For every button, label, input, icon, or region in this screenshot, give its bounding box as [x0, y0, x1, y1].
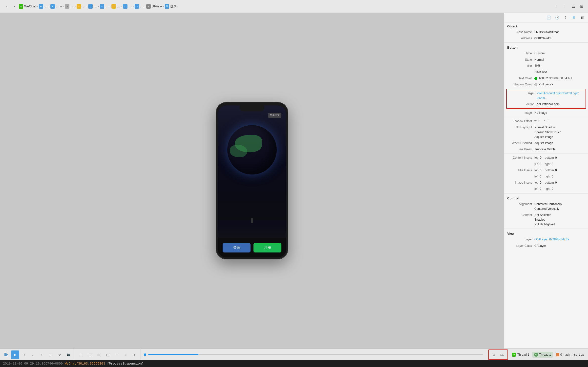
title-row: Title 登录	[504, 63, 588, 69]
uiview-icon: V	[146, 4, 151, 9]
debug-controls-left: ▶ ⇢ ↓ ↑ ◫ ⊙ 📷	[0, 349, 75, 360]
title-value: 登录	[534, 64, 585, 68]
action-row: Action onFirstViewLogin	[507, 101, 586, 107]
type-row: Type Custom	[504, 50, 588, 57]
earth-graphic	[227, 125, 277, 174]
breadcrumb-label-6: …	[94, 4, 97, 8]
breadcrumb-item-fixtitle[interactable]: B 登录	[165, 4, 177, 9]
toolbar-split2-btn[interactable]: □□	[498, 350, 506, 359]
breadcrumb-label-uiview: UIView	[152, 4, 162, 8]
toolbar-merge-btn[interactable]: ⊞	[95, 350, 103, 359]
toolbar-split-btn[interactable]: ⊟	[86, 350, 94, 359]
file-tab-btn[interactable]: 📄	[546, 14, 552, 21]
breadcrumb-item-8[interactable]: ○ …	[111, 4, 120, 9]
breadcrumb-item-5[interactable]: ○ …	[77, 4, 85, 9]
next-issue-btn[interactable]: ›	[561, 3, 568, 10]
content-insets-value: top 0 bottom 0	[534, 155, 585, 160]
help-tab-btn[interactable]: ?	[562, 14, 569, 21]
title-format-row: Plain Text	[504, 69, 588, 75]
clock-tab-btn[interactable]: 🕐	[554, 14, 560, 21]
figure-graphic	[251, 218, 253, 223]
image-insets-value: top 0 bottom 0	[534, 180, 585, 185]
toolbar-plus-btn[interactable]: +	[130, 350, 139, 359]
address-value: 0x10c942d30	[534, 36, 585, 41]
shadow-offset-row: Shadow Offset w 0 h 0	[504, 118, 588, 124]
phone-action-buttons: 登录 注册	[218, 243, 286, 252]
state-value: Normal	[534, 58, 585, 62]
title-insets-value: top 0 bottom 0	[534, 168, 585, 173]
breadcrumb-label-5: …	[82, 4, 85, 8]
breadcrumb-item-4[interactable]: › …	[65, 4, 74, 9]
debug-camera-btn[interactable]: 📷	[64, 350, 73, 359]
breadcrumb-item-wechat[interactable]: W WeChat	[19, 4, 36, 9]
title-insets-left-row: left 0 right 0	[504, 174, 588, 180]
shadow-color-row: Shadow Color <nil color>	[504, 81, 588, 88]
address-label: Address	[507, 36, 534, 41]
breadcrumb-item-2[interactable]: ■ …	[39, 4, 47, 9]
progress-container	[141, 353, 486, 356]
phone-login-button[interactable]: 登录	[223, 243, 251, 252]
breadcrumb-item-6[interactable]: □ …	[88, 4, 97, 9]
columns-tab-btn[interactable]: ⊞	[571, 14, 577, 21]
toolbar-rect-btn[interactable]: □	[490, 350, 498, 359]
debug-continue-btn[interactable]	[2, 350, 10, 359]
breadcrumb-label-8: …	[117, 4, 120, 8]
debug-other-btn[interactable]: ⊙	[55, 350, 64, 359]
breadcrumb-label-3: i…w	[56, 4, 62, 8]
breadcrumb-item-3[interactable]: i i…w	[50, 4, 62, 9]
toolbar-grid-btn[interactable]: ⊞	[77, 350, 85, 359]
toolbar-minus-btn[interactable]: —	[112, 350, 121, 359]
log-timestamp: 2019-11-06 09:29:19.866796+0800	[3, 362, 63, 366]
button-section-header: Button	[504, 44, 588, 50]
title-insets-row: Title Insets top 0 bottom 0	[504, 167, 588, 174]
when-disabled-value: Adjusts Image	[534, 141, 585, 146]
prev-issue-btn[interactable]: ‹	[553, 3, 560, 10]
layer-label: Layer	[507, 237, 534, 242]
debug-step-over-btn[interactable]: ⇢	[20, 350, 28, 359]
image-insets-left-value: left 0 right 0	[534, 187, 585, 191]
image-row: Image No image	[504, 110, 588, 116]
shadow-offset-label: Shadow Offset	[507, 119, 534, 124]
divider-2	[504, 117, 588, 117]
line-break-label: Line Break	[507, 147, 534, 152]
wechat-icon: W	[19, 4, 23, 9]
debug-layout-btn[interactable]: ◫	[46, 350, 55, 359]
target-action-highlight-box: Target <WCAccountLoginControlLogic: 0x28…	[506, 89, 586, 109]
grid-btn[interactable]: ⊞	[578, 3, 585, 10]
state-label: State	[507, 58, 534, 62]
action-label: Action	[510, 102, 537, 107]
thread-selector[interactable]: ⊙ Thread 1	[532, 352, 553, 358]
image-label: Image	[507, 111, 534, 115]
breadcrumb-item-10[interactable]: □ …	[135, 4, 143, 9]
breadcrumb-item-9[interactable]: □ …	[123, 4, 132, 9]
rect-icon-9: □	[123, 4, 127, 9]
debug-step-in-btn[interactable]: ↓	[29, 350, 37, 359]
nav-forward-btn[interactable]: ›	[11, 3, 18, 10]
breadcrumb-item-uiview[interactable]: V UIView	[146, 4, 162, 9]
content-value: Not Selected Enabled Not Highlighted	[534, 213, 585, 227]
list-btn[interactable]: ☰	[570, 3, 577, 10]
control-section-header: Control	[504, 194, 588, 201]
top-nav-bar: ‹ › W WeChat › ■ … › i i…w › › … › ○ … ›…	[0, 0, 588, 13]
debug-step-out-btn[interactable]: ↑	[38, 350, 46, 359]
nav-back-btn[interactable]: ‹	[3, 3, 10, 10]
breadcrumb-item-7[interactable]: □ …	[100, 4, 108, 9]
shadow-color-label: Shadow Color	[507, 82, 534, 87]
state-row: State Normal	[504, 57, 588, 63]
phone-register-button[interactable]: 注册	[253, 243, 281, 252]
debugger-bar: ▶ ⇢ ↓ ↑ ◫ ⊙ 📷 ⊞ ⊟ ⊞ ◫ — ≡ + □ □□ W Threa…	[0, 348, 588, 360]
debug-play-btn[interactable]: ▶	[11, 350, 19, 359]
title-insets-label: Title Insets	[507, 168, 534, 173]
image-insets-left-row: left 0 right 0	[504, 186, 588, 192]
on-highlight-label: On Highlight	[507, 125, 534, 130]
content-insets-row: Content Insets top 0 bottom 0	[504, 155, 588, 161]
sidebar-tab-btn[interactable]: ◧	[579, 14, 586, 21]
toolbar-layers-btn[interactable]: ◫	[104, 350, 112, 359]
rect-icon-6: □	[88, 4, 93, 9]
target-label: Target	[510, 91, 537, 96]
toolbar-equal-btn[interactable]: ≡	[121, 350, 130, 359]
log-app-label: WeChat[30163:9665530]	[65, 362, 105, 366]
rect-icon-10: □	[135, 4, 139, 9]
wechat-action-btn[interactable]: W Thread 1	[510, 352, 531, 358]
trap-btn[interactable]: 0 mach_msg_trap	[554, 352, 586, 357]
